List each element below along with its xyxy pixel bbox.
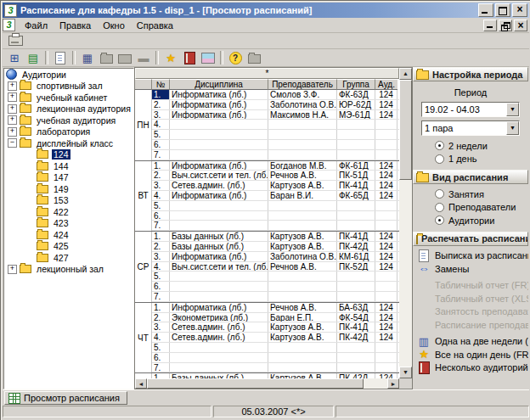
cell-number[interactable]: 4. bbox=[152, 191, 170, 200]
chevron-down-icon[interactable]: ▼ bbox=[506, 103, 519, 116]
mdi-minimize-button[interactable] bbox=[483, 20, 497, 31]
cell-discipline[interactable]: Сетев.админ. (лб.) bbox=[170, 322, 268, 332]
cell-discipline[interactable] bbox=[170, 221, 268, 230]
cell-room[interactable] bbox=[375, 221, 398, 230]
cell-room[interactable]: 124 bbox=[375, 262, 398, 272]
cell-room[interactable]: 124 bbox=[375, 181, 398, 190]
tree-room-item[interactable]: 425 bbox=[4, 241, 133, 253]
cell-group[interactable]: ФК-61Д bbox=[337, 161, 375, 171]
cell-discipline[interactable]: Информатика (лб.) bbox=[170, 303, 268, 312]
cell-group[interactable]: БА-63Д bbox=[337, 303, 375, 312]
toolbar-button-table-grid-icon[interactable] bbox=[78, 50, 97, 65]
cell-group[interactable]: КМ-61Д bbox=[337, 252, 375, 261]
expand-toggle-icon[interactable]: − bbox=[8, 138, 17, 148]
cell-teacher[interactable]: Баран В.И. bbox=[268, 191, 337, 200]
cell-group[interactable] bbox=[337, 130, 375, 139]
cell-discipline[interactable]: Сетев.админ. (лб.) bbox=[170, 333, 268, 342]
cell-discipline[interactable]: Сетев.админ. (лб.) bbox=[170, 181, 268, 190]
tree-folder-item[interactable]: +спортивный зал bbox=[4, 81, 133, 92]
cell-teacher[interactable] bbox=[268, 353, 337, 362]
cell-room[interactable]: 124 bbox=[375, 191, 398, 200]
cell-room[interactable]: 124 bbox=[375, 313, 398, 322]
cell-group[interactable]: ПК-41Д bbox=[337, 181, 375, 190]
cell-number[interactable]: 5. bbox=[152, 272, 170, 281]
cell-number[interactable]: 5. bbox=[152, 130, 170, 139]
cell-group[interactable]: ФК-65Д bbox=[337, 191, 375, 200]
cell-teacher[interactable]: Картузов А.В. bbox=[268, 322, 337, 332]
cell-discipline[interactable] bbox=[170, 353, 268, 362]
cell-group[interactable] bbox=[337, 353, 375, 362]
scroll-down-icon[interactable]: ▼ bbox=[399, 367, 412, 378]
cell-room[interactable] bbox=[375, 211, 398, 221]
cell-number[interactable]: 2. bbox=[152, 100, 170, 109]
cell-group[interactable] bbox=[337, 211, 375, 221]
cell-teacher[interactable]: Картузов А.В. bbox=[268, 232, 337, 241]
tree-folder-item[interactable]: +лекционная аудитория bbox=[4, 104, 133, 115]
expand-toggle-icon[interactable]: + bbox=[8, 115, 17, 125]
cell-number[interactable]: 7. bbox=[152, 292, 170, 301]
cell-group[interactable]: ЮР-62Д bbox=[337, 100, 375, 109]
cell-room[interactable]: 124 bbox=[375, 90, 398, 99]
tree-room-item[interactable]: 427 bbox=[4, 252, 133, 264]
cell-group[interactable] bbox=[337, 120, 375, 129]
cell-teacher[interactable] bbox=[268, 282, 337, 291]
cell-discipline[interactable] bbox=[170, 292, 268, 301]
cell-number[interactable]: 4. bbox=[152, 120, 170, 129]
tree-folder-item[interactable]: +лаборатория bbox=[4, 126, 133, 138]
cell-teacher[interactable] bbox=[268, 130, 337, 139]
cell-group[interactable] bbox=[337, 272, 375, 281]
cell-number[interactable]: 1. bbox=[152, 232, 170, 241]
cell-discipline[interactable] bbox=[170, 120, 268, 129]
cell-number[interactable]: 4. bbox=[152, 333, 170, 342]
cell-group[interactable]: ПК-51Д bbox=[337, 171, 375, 180]
radio-icon[interactable] bbox=[435, 189, 444, 199]
cell-number[interactable]: 1. bbox=[152, 161, 170, 171]
cell-number[interactable]: 1. bbox=[152, 90, 170, 99]
tree-room-item[interactable]: 424 bbox=[4, 229, 133, 241]
cell-teacher[interactable] bbox=[268, 272, 337, 281]
cell-room[interactable]: 124 bbox=[375, 100, 398, 109]
cell-room[interactable]: 124 bbox=[375, 110, 398, 120]
toolbar-button-printer-gray-icon[interactable] bbox=[116, 50, 134, 65]
cell-teacher[interactable]: Максимов Н.А. bbox=[268, 110, 337, 120]
expand-toggle-icon[interactable]: + bbox=[8, 127, 17, 137]
panel-item-1[interactable]: Замены bbox=[413, 262, 528, 276]
cell-number[interactable]: 7. bbox=[152, 150, 170, 160]
cell-room[interactable]: 124 bbox=[375, 161, 398, 171]
cell-number[interactable]: 3. bbox=[152, 252, 170, 261]
maximize-button[interactable] bbox=[495, 3, 510, 17]
cell-discipline[interactable]: Информатика (лб.) bbox=[170, 110, 268, 120]
cell-teacher[interactable]: Смолов З.Ф. bbox=[268, 90, 337, 99]
cell-number[interactable]: 2. bbox=[152, 171, 170, 180]
scroll-up-icon[interactable]: ▲ bbox=[399, 68, 412, 80]
cell-teacher[interactable] bbox=[268, 120, 337, 129]
radio-view-2[interactable]: Аудитории bbox=[435, 215, 528, 227]
menu-item-0[interactable]: Файл bbox=[19, 20, 54, 31]
tree-room-item[interactable]: 422 bbox=[4, 206, 133, 218]
toolbar-button-folder-gray-icon[interactable] bbox=[245, 50, 263, 65]
cell-teacher[interactable] bbox=[268, 221, 337, 230]
tree-room-item[interactable]: 144 bbox=[4, 160, 133, 172]
cell-teacher[interactable]: Заболотина О.В. bbox=[268, 252, 337, 261]
toolbar-button-sheet-list-icon[interactable] bbox=[24, 50, 42, 65]
cell-room[interactable] bbox=[375, 120, 398, 129]
cell-group[interactable]: ПК-42Д bbox=[337, 242, 375, 251]
cell-teacher[interactable]: Речнов А.В. bbox=[268, 303, 337, 312]
cell-number[interactable]: 6. bbox=[152, 353, 170, 362]
section-header-period[interactable]: Настройка периода bbox=[413, 67, 528, 81]
cell-discipline[interactable]: Выч.сист.сети и тел. (лб.) bbox=[170, 171, 268, 180]
cell-discipline[interactable]: Информатика (лб.) bbox=[170, 252, 268, 261]
toolbar-button-folder-closed-gray-icon[interactable] bbox=[97, 50, 116, 65]
cell-room[interactable]: 124 bbox=[375, 303, 398, 312]
cell-discipline[interactable] bbox=[170, 282, 268, 291]
tree-room-item[interactable]: 149 bbox=[4, 183, 133, 195]
horizontal-scroll-thumb[interactable] bbox=[147, 378, 364, 389]
cell-teacher[interactable]: Речнов А.В. bbox=[268, 171, 337, 180]
cell-room[interactable]: 124 bbox=[375, 242, 398, 251]
cell-room[interactable]: 124 bbox=[375, 322, 398, 332]
pair-combobox[interactable]: 1 пара ▼ bbox=[421, 120, 520, 136]
cell-discipline[interactable] bbox=[170, 130, 268, 139]
cell-room[interactable] bbox=[375, 140, 398, 149]
period-combobox[interactable]: 19.02 - 04.03 ▼ bbox=[421, 102, 520, 117]
cell-teacher[interactable]: Картузов А.В. bbox=[268, 333, 337, 342]
